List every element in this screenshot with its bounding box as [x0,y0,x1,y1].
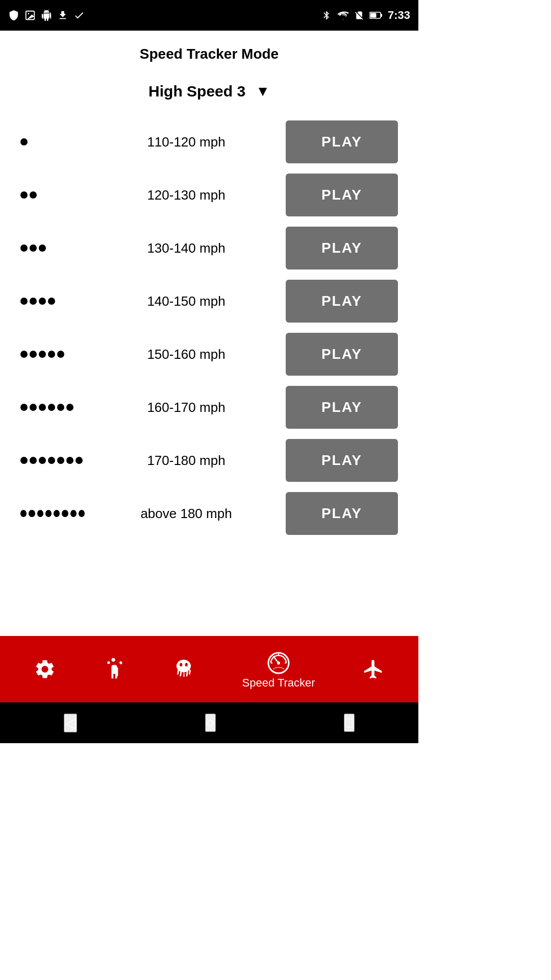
speed-row: 170-180 mphPLAY [15,439,403,482]
dot [30,404,37,411]
dot [48,457,55,464]
speed-row: 150-160 mphPLAY [15,333,403,376]
dots-indicator [20,457,87,464]
home-button[interactable]: ○ [205,714,216,732]
nav-plane[interactable] [362,658,385,680]
speed-row: 140-150 mphPLAY [15,280,403,323]
speed-range-label: 160-170 mph [87,400,286,415]
nav-diver[interactable] [103,658,126,680]
dot [39,404,46,411]
speed-range-label: above 180 mph [87,506,286,522]
play-button-6[interactable]: PLAY [286,386,398,429]
dot [30,457,37,464]
dot [30,351,37,358]
bottom-navigation: Speed Tracker [0,636,418,702]
status-bar: 7:33 [0,0,418,31]
status-icons-right: 7:33 [321,9,410,22]
dot [62,510,68,517]
page-title: Speed Tracker Mode [10,46,408,62]
download-icon [57,10,68,21]
svg-rect-3 [381,14,382,17]
no-sim-icon [354,10,364,20]
dots-indicator [20,510,87,517]
play-button-1[interactable]: PLAY [286,120,398,163]
wifi-icon [337,9,349,21]
dots-indicator [20,298,87,305]
battery-icon [369,10,383,20]
speed-row: 130-140 mphPLAY [15,227,403,270]
dot [48,404,55,411]
dot [20,510,27,517]
dot [39,244,46,252]
dot [70,510,77,517]
image-icon [24,10,36,21]
dot [39,457,46,464]
play-button-4[interactable]: PLAY [286,280,398,323]
dots-indicator [20,404,87,411]
plane-icon [362,658,385,680]
dot [20,457,28,464]
dropdown-label: High Speed 3 [148,83,245,100]
speed-rows-container: 110-120 mphPLAY120-130 mphPLAY130-140 mp… [10,120,408,535]
dot [54,510,60,517]
dots-indicator [20,138,87,145]
dot [48,298,55,305]
dot [20,138,28,145]
dot [79,510,85,517]
dot [66,457,73,464]
jellyfish-icon [172,658,195,680]
speed-range-label: 120-130 mph [87,187,286,203]
svg-point-1 [28,13,29,14]
main-content: Speed Tracker Mode High Speed 3 ▼ 110-12… [0,31,418,560]
dot [39,351,46,358]
dot [30,191,37,199]
dot [20,351,28,358]
play-button-8[interactable]: PLAY [286,492,398,535]
nav-jellyfish[interactable] [172,658,195,680]
recent-button[interactable]: □ [344,714,355,732]
speed-range-label: 170-180 mph [87,453,286,469]
dot [45,510,52,517]
dot [29,510,35,517]
dot [57,351,64,358]
speed-row: 120-130 mphPLAY [15,174,403,216]
speed-range-label: 150-160 mph [87,347,286,362]
svg-point-13 [277,662,280,665]
shield-icon [8,10,19,21]
speed-row: above 180 mphPLAY [15,492,403,535]
android-icon [41,10,52,21]
nav-speed-tracker[interactable]: Speed Tracker [242,649,315,690]
dot [30,298,37,305]
svg-rect-4 [370,13,376,18]
check-icon [73,10,85,21]
mode-dropdown[interactable]: High Speed 3 ▼ [10,83,408,100]
chevron-down-icon: ▼ [256,83,270,100]
dot [66,404,73,411]
speed-range-label: 140-150 mph [87,293,286,309]
dot [20,191,28,199]
dot [20,404,28,411]
dots-indicator [20,244,87,252]
speed-range-label: 130-140 mph [87,240,286,256]
dot [76,457,83,464]
play-button-3[interactable]: PLAY [286,227,398,270]
play-button-7[interactable]: PLAY [286,439,398,482]
diver-icon [103,658,126,680]
dot [39,298,46,305]
system-navigation: ◁ ○ □ [0,702,418,743]
play-button-2[interactable]: PLAY [286,174,398,216]
dot [37,510,43,517]
svg-point-7 [185,663,188,667]
nav-speed-tracker-label: Speed Tracker [242,676,315,690]
bluetooth-icon [321,10,332,20]
back-button[interactable]: ◁ [64,714,77,732]
play-button-5[interactable]: PLAY [286,333,398,376]
dot [57,404,64,411]
nav-settings[interactable] [34,658,56,680]
time-display: 7:33 [388,9,410,22]
dot [30,244,37,252]
speed-row: 110-120 mphPLAY [15,120,403,163]
speed-range-label: 110-120 mph [87,134,286,150]
dot [57,457,64,464]
dot [20,244,28,252]
